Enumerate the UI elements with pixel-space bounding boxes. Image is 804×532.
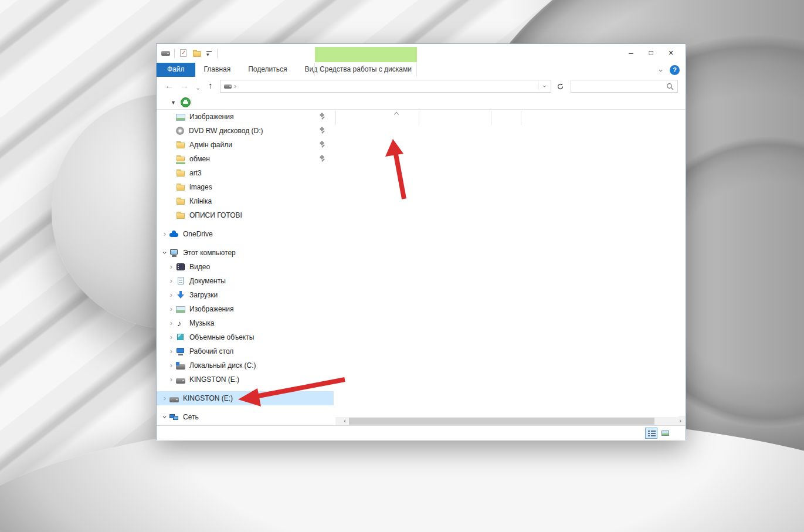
pin-icon xyxy=(318,155,325,163)
tree-item[interactable]: KINGSTON (E:) xyxy=(157,372,334,387)
documents-icon xyxy=(176,276,185,286)
chevron-icon[interactable] xyxy=(168,212,175,219)
up-icon[interactable]: ↑ xyxy=(208,80,213,92)
recent-locations-icon[interactable]: ⌄ xyxy=(195,82,201,93)
scroll-left-icon[interactable] xyxy=(341,417,349,425)
tree-item[interactable]: OneDrive xyxy=(157,227,334,241)
chevron-icon[interactable] xyxy=(168,263,175,270)
chevron-icon[interactable] xyxy=(168,320,175,327)
close-button[interactable]: × xyxy=(661,44,681,62)
folder-icon xyxy=(176,182,185,192)
window-controls: – □ × xyxy=(621,44,681,62)
tree-item[interactable]: KINGSTON (E:) xyxy=(157,391,334,405)
column-header[interactable] xyxy=(335,111,419,125)
chevron-icon[interactable] xyxy=(168,334,175,341)
address-dropdown-icon[interactable] xyxy=(538,82,551,90)
ribbon-tab[interactable]: Файл xyxy=(157,63,195,77)
pin-icon xyxy=(318,141,325,149)
tree-item[interactable]: Изображения xyxy=(157,110,334,124)
tree-item[interactable]: Изображения xyxy=(157,302,334,316)
column-headers xyxy=(335,111,686,125)
help-icon[interactable] xyxy=(670,65,680,75)
contextual-tab-group-header[interactable] xyxy=(315,47,417,62)
separator xyxy=(217,49,218,58)
drive-icon xyxy=(169,397,179,402)
ribbon-tabs: ФайлГлавнаяПоделитьсяВидСредства работы … xyxy=(157,63,686,77)
chevron-icon[interactable] xyxy=(168,292,175,299)
address-bar[interactable]: › xyxy=(220,80,551,93)
chevron-icon[interactable] xyxy=(161,231,168,238)
status-bar xyxy=(157,425,686,440)
column-header[interactable] xyxy=(419,111,491,125)
chevron-icon[interactable] xyxy=(168,306,175,313)
folder-icon xyxy=(176,140,185,150)
chevron-icon[interactable] xyxy=(161,249,168,256)
tree-item[interactable]: images xyxy=(157,180,334,194)
tree-item[interactable]: Загрузки xyxy=(157,288,334,302)
drive-icon[interactable] xyxy=(161,51,170,56)
title-bar: – □ × xyxy=(157,44,686,63)
thumbnails-view-button[interactable] xyxy=(659,428,671,439)
tree-item[interactable]: Этот компьютер xyxy=(157,246,334,260)
scroll-right-icon[interactable] xyxy=(676,417,684,425)
horizontal-scrollbar[interactable] xyxy=(335,417,686,425)
properties-icon[interactable] xyxy=(179,49,188,58)
new-folder-icon[interactable] xyxy=(192,49,202,58)
refresh-icon[interactable] xyxy=(554,80,566,93)
collapse-ribbon-icon[interactable] xyxy=(660,66,662,75)
tree-item[interactable]: Локальный диск (C:) xyxy=(157,358,334,372)
scrollbar-thumb[interactable] xyxy=(349,418,654,425)
disk-os-icon xyxy=(176,364,185,370)
tree-item[interactable]: Клініка xyxy=(157,194,334,208)
video-icon xyxy=(176,262,185,272)
ribbon-tab[interactable]: Средства работы с дисками xyxy=(314,63,417,76)
folder-shared-icon xyxy=(176,154,185,164)
chevron-icon[interactable] xyxy=(161,414,168,421)
customize-toolbar-icon[interactable] xyxy=(206,50,213,57)
tree-item[interactable]: Рабочий стол xyxy=(157,344,334,358)
maximize-button[interactable]: □ xyxy=(641,44,661,62)
tree-item[interactable]: Документы xyxy=(157,274,334,288)
chevron-icon[interactable] xyxy=(168,376,175,383)
chevron-icon[interactable] xyxy=(168,184,175,191)
tree-item[interactable]: Сеть xyxy=(157,410,334,424)
chevron-icon[interactable] xyxy=(168,170,175,177)
epson-toolbar: ▼ xyxy=(157,96,686,110)
chevron-icon[interactable] xyxy=(168,113,175,120)
epson-dropdown-icon[interactable]: ▼ xyxy=(171,100,176,106)
chevron-icon[interactable] xyxy=(168,155,175,162)
search-icon xyxy=(666,83,674,90)
quick-access-toolbar xyxy=(161,48,218,59)
minimize-button[interactable]: – xyxy=(621,44,641,62)
network-icon xyxy=(169,412,179,422)
tree-item[interactable]: Адмін файли xyxy=(157,138,334,152)
details-view-button[interactable] xyxy=(645,428,657,439)
ribbon-tab[interactable]: Главная xyxy=(195,63,240,77)
chevron-icon[interactable] xyxy=(168,362,175,369)
tree-item[interactable]: Объемные объекты xyxy=(157,330,334,344)
navigation-pane: Изображения DVD RW дисковод (D:) Адмін ф… xyxy=(157,110,334,424)
folder-icon xyxy=(176,211,185,220)
search-input[interactable] xyxy=(571,80,678,93)
tree-item[interactable]: art3 xyxy=(157,166,334,180)
tree-item[interactable]: DVD RW дисковод (D:) xyxy=(157,124,334,138)
computer-icon xyxy=(169,248,179,257)
chevron-icon[interactable] xyxy=(161,395,168,402)
chevron-icon[interactable] xyxy=(168,141,175,148)
tree-item[interactable]: Видео xyxy=(157,260,334,274)
chevron-icon[interactable] xyxy=(168,198,175,205)
tree-item[interactable]: обмен xyxy=(157,152,334,166)
downloads-icon xyxy=(176,290,185,300)
chevron-icon[interactable] xyxy=(168,127,175,134)
print-icon[interactable] xyxy=(181,97,191,107)
chevron-icon[interactable] xyxy=(168,277,175,284)
tree-item[interactable]: Музыка xyxy=(157,316,334,330)
back-icon[interactable]: ← xyxy=(165,80,174,92)
column-header[interactable] xyxy=(491,111,521,125)
forward-icon[interactable]: → xyxy=(180,80,189,92)
separator xyxy=(174,49,175,58)
ribbon-tab[interactable]: Поделиться xyxy=(239,63,296,77)
drive-icon xyxy=(224,84,232,89)
chevron-icon[interactable] xyxy=(168,348,175,355)
tree-item[interactable]: ОПИСИ ГОТОВІ xyxy=(157,208,334,222)
